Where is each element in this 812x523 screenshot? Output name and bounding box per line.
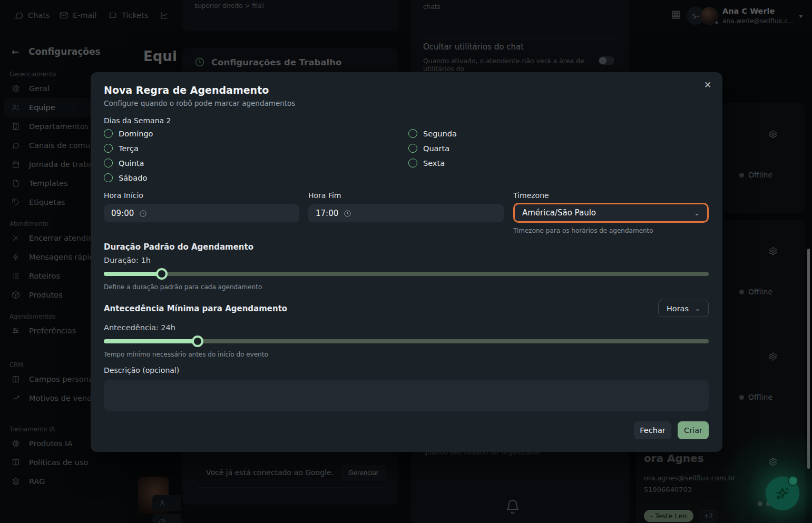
day-checkbox-quarta[interactable]: Quarta: [408, 144, 449, 153]
slider-thumb[interactable]: [156, 268, 168, 280]
day-label: Quarta: [423, 144, 449, 153]
slider-fill: [104, 272, 162, 276]
start-time-value: 09:00: [111, 209, 134, 218]
close-button[interactable]: Fechar: [634, 421, 671, 439]
duration-section-title: Duração Padrão do Agendamento: [104, 242, 253, 252]
checkbox-circle[interactable]: [408, 129, 417, 138]
advance-slider[interactable]: [104, 339, 709, 343]
clock-icon: [139, 210, 147, 218]
advance-helper: Tempo mínimo necessário antes do início …: [104, 351, 268, 358]
chevron-down-icon: ⌄: [695, 305, 700, 312]
checkbox-circle[interactable]: [104, 173, 113, 182]
days-of-week-label: Dias da Semana 2: [104, 116, 171, 125]
advance-section-title: Antecedência Mínima para Agendamento: [104, 304, 287, 313]
duration-helper: Define a duração padrão para cada agenda…: [104, 283, 262, 291]
clock-icon: [344, 210, 351, 218]
end-time-label: Hora Fim: [308, 191, 341, 200]
day-checkbox-sexta[interactable]: Sexta: [408, 159, 445, 167]
day-label: Segunda: [423, 130, 457, 138]
duration-slider[interactable]: [104, 272, 709, 276]
description-textarea[interactable]: [104, 380, 709, 411]
day-checkbox-terca[interactable]: Terça: [104, 144, 139, 153]
advance-value-label: Antecedência: 24h: [104, 323, 175, 332]
slider-fill: [104, 339, 198, 343]
end-time-value: 17:00: [316, 209, 338, 218]
day-checkbox-quinta[interactable]: Quinta: [104, 159, 144, 167]
start-time-input[interactable]: 09:00: [104, 204, 299, 222]
timezone-label: Timezone: [513, 191, 549, 200]
end-time-input[interactable]: 17:00: [308, 204, 504, 222]
day-label: Domingo: [119, 130, 153, 138]
advance-unit-select[interactable]: Horas ⌄: [658, 300, 709, 317]
new-schedule-rule-modal: ✕ Nova Regra de Agendamento Configure qu…: [91, 72, 722, 452]
create-button[interactable]: Criar: [678, 421, 709, 439]
checkbox-circle[interactable]: [408, 144, 417, 153]
chevron-down-icon: ⌄: [694, 209, 700, 217]
timezone-helper: Timezone para os horários de agendamento: [513, 227, 653, 234]
checkbox-circle[interactable]: [104, 129, 113, 138]
advance-unit-value: Horas: [667, 304, 689, 313]
checkbox-circle[interactable]: [104, 159, 113, 167]
description-label: Descrição (opcional): [104, 366, 179, 374]
checkbox-circle[interactable]: [408, 159, 417, 167]
day-label: Sexta: [423, 159, 445, 167]
day-checkbox-sabado[interactable]: Sábado: [104, 173, 147, 182]
sparkles-icon: [774, 485, 791, 502]
duration-value-label: Duração: 1h: [104, 256, 151, 264]
timezone-select[interactable]: América/São Paulo ⌄: [513, 203, 709, 223]
day-checkbox-segunda[interactable]: Segunda: [408, 129, 457, 138]
close-icon[interactable]: ✕: [702, 80, 713, 90]
slider-thumb[interactable]: [192, 335, 203, 347]
day-label: Sábado: [119, 174, 147, 182]
day-label: Quinta: [119, 159, 144, 167]
fab-notification-badge: [788, 476, 798, 486]
modal-title: Nova Regra de Agendamento: [104, 84, 269, 96]
app-root: Chats E-mail Tickets S-: [0, 0, 812, 523]
checkbox-circle[interactable]: [104, 144, 113, 153]
timezone-value: América/São Paulo: [522, 208, 596, 218]
start-time-label: Hora Início: [104, 191, 143, 200]
day-checkbox-domingo[interactable]: Domingo: [104, 129, 153, 138]
modal-subtitle: Configure quando o robô pode marcar agen…: [104, 99, 295, 107]
day-label: Terça: [119, 144, 139, 153]
